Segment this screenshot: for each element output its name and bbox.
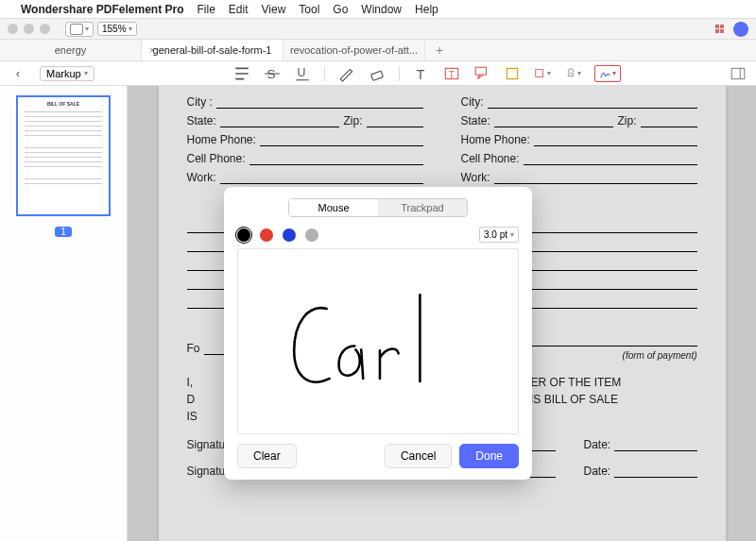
segment-mouse[interactable]: Mouse bbox=[289, 199, 378, 216]
pencil-icon[interactable] bbox=[338, 65, 355, 82]
tab-close-icon[interactable]: × bbox=[149, 45, 155, 56]
traffic-lights bbox=[8, 24, 50, 34]
signature-controls: 3.0 pt▾ bbox=[237, 227, 519, 243]
svg-text:U: U bbox=[297, 66, 305, 79]
markup-toolbar: ‹ Markup▾ S U T T ▾ ▾ ▾ bbox=[0, 61, 756, 86]
svg-text:T: T bbox=[416, 66, 424, 81]
tab-bill-of-sale[interactable]: ×general-bill-of-sale-form-1 bbox=[142, 40, 284, 60]
menu-help[interactable]: Help bbox=[415, 3, 438, 16]
zoom-controls: ▾ 155%▾ bbox=[65, 22, 137, 37]
strikethrough-icon[interactable]: S bbox=[264, 65, 281, 82]
svg-rect-4 bbox=[370, 71, 383, 80]
zoom-level-dropdown[interactable]: 155%▾ bbox=[97, 22, 137, 36]
note-icon[interactable] bbox=[504, 65, 521, 82]
color-swatch-blue[interactable] bbox=[283, 228, 296, 242]
stroke-width-dropdown[interactable]: 3.0 pt▾ bbox=[479, 227, 519, 243]
page-thumbnail-1[interactable]: BILL OF SALE bbox=[16, 95, 111, 216]
mode-dropdown[interactable]: Markup▾ bbox=[40, 66, 94, 81]
svg-rect-10 bbox=[536, 69, 543, 76]
menu-window[interactable]: Window bbox=[361, 3, 402, 16]
done-button[interactable]: Done bbox=[459, 444, 519, 468]
svg-rect-12 bbox=[731, 68, 745, 78]
color-swatch-black[interactable] bbox=[237, 228, 250, 242]
app-name: Wondershare PDFelement Pro bbox=[21, 3, 184, 16]
back-button[interactable]: ‹ bbox=[9, 65, 26, 82]
underline-icon[interactable]: U bbox=[294, 65, 311, 82]
cancel-button[interactable]: Cancel bbox=[385, 444, 452, 468]
svg-point-11 bbox=[568, 68, 573, 73]
callout-icon[interactable] bbox=[473, 65, 490, 82]
tab-revocation[interactable]: revocation-of-power-of-att... bbox=[284, 40, 425, 60]
eraser-icon[interactable] bbox=[369, 65, 386, 82]
signature-tool-button[interactable]: ▾ bbox=[594, 65, 621, 82]
system-menubar: Wondershare PDFelement Pro File Edit Vie… bbox=[0, 0, 756, 19]
stamp-dropdown-icon[interactable]: ▾ bbox=[564, 65, 581, 82]
shape-dropdown-icon[interactable]: ▾ bbox=[534, 65, 551, 82]
svg-text:T: T bbox=[448, 69, 454, 79]
input-method-segmented: Mouse Trackpad bbox=[288, 198, 468, 217]
document-tabs: energy ×general-bill-of-sale-form-1 revo… bbox=[0, 40, 756, 61]
thumbnails-sidebar: BILL OF SALE 1 bbox=[0, 86, 128, 541]
tab-energy[interactable]: energy bbox=[0, 40, 142, 60]
app-grid-icon[interactable] bbox=[715, 25, 724, 33]
color-swatch-gray[interactable] bbox=[305, 228, 318, 242]
tab-add-button[interactable]: + bbox=[425, 40, 454, 60]
window-chrome: ▾ 155%▾ bbox=[0, 19, 756, 40]
menu-go[interactable]: Go bbox=[333, 3, 348, 16]
signature-dialog: Mouse Trackpad 3.0 pt▾ Clear Cancel Done bbox=[224, 187, 532, 480]
dialog-buttons: Clear Cancel Done bbox=[237, 444, 519, 468]
text-tool-icon[interactable]: T bbox=[413, 65, 430, 82]
user-avatar-icon[interactable] bbox=[733, 22, 748, 37]
minimize-window-icon[interactable] bbox=[24, 24, 34, 34]
segment-trackpad[interactable]: Trackpad bbox=[378, 199, 467, 216]
panel-toggle-icon[interactable] bbox=[730, 65, 747, 82]
text-box-icon[interactable]: T bbox=[443, 65, 460, 82]
color-swatch-red[interactable] bbox=[260, 228, 273, 242]
menu-tool[interactable]: Tool bbox=[299, 3, 319, 16]
menu-edit[interactable]: Edit bbox=[229, 3, 249, 16]
close-window-icon[interactable] bbox=[8, 24, 18, 34]
page-number-badge: 1 bbox=[55, 227, 72, 237]
svg-rect-8 bbox=[475, 67, 486, 75]
highlight-text-icon[interactable] bbox=[233, 65, 250, 82]
menu-view[interactable]: View bbox=[262, 3, 286, 16]
svg-rect-9 bbox=[507, 68, 517, 78]
maximize-window-icon[interactable] bbox=[40, 24, 50, 34]
menu-file[interactable]: File bbox=[198, 3, 215, 16]
clear-button[interactable]: Clear bbox=[237, 444, 297, 468]
signature-canvas[interactable] bbox=[237, 248, 519, 434]
page-layout-dropdown[interactable]: ▾ bbox=[65, 22, 94, 37]
